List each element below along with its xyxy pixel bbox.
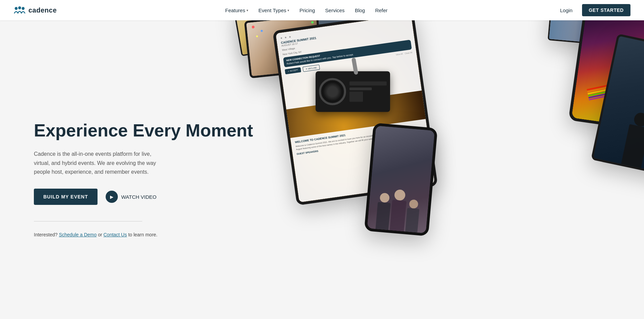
hero-left: Experience Every Moment Cadence is the a… [0,20,271,319]
decline-button[interactable]: ✕ DECLINE [302,64,320,72]
login-link[interactable]: Login [556,5,577,16]
get-started-button[interactable]: GET STARTED [582,4,630,16]
device-girls-phone [364,123,437,236]
nav-item-pricing[interactable]: Pricing [295,5,319,16]
nav-item-event-types[interactable]: Event Types ▾ [254,5,293,16]
chevron-down-icon: ▾ [246,8,248,12]
accept-button[interactable]: ✓ ACCEPT [285,67,301,74]
svg-point-0 [15,7,18,10]
logo[interactable]: cadence [14,6,57,14]
schedule-demo-link[interactable]: Schedule a Demo [59,232,96,237]
clear-all[interactable]: Clear All [405,51,413,58]
nav-item-features[interactable]: Features ▾ [221,5,252,16]
watch-video-label: WATCH VIDEO [121,194,156,200]
hero-interest: Interested? Schedule a Demo or Contact U… [34,231,271,238]
build-my-event-button[interactable]: BUILD MY EVENT [34,189,98,205]
navbar: cadence Features ▾ Event Types ▾ Pricing… [0,0,644,20]
hero-buttons: BUILD MY EVENT ▶ WATCH VIDEO [34,189,271,205]
nav-links: Features ▾ Event Types ▾ Pricing Service… [221,5,392,16]
hero-title: Experience Every Moment [34,121,271,140]
svg-point-2 [22,7,25,10]
nav-item-blog[interactable]: Blog [351,5,369,16]
logo-icon [14,6,26,14]
watch-video-button[interactable]: ▶ WATCH VIDEO [106,191,156,203]
hero-description: Cadence is the all-in-one events platfor… [34,150,163,176]
svg-point-1 [18,6,21,9]
nav-item-refer[interactable]: Refer [371,5,392,16]
hero-right: ● ● ● CADENCE SUMMIT 2021 AUGUST 16-17 W… [271,20,644,319]
play-icon: ▶ [106,191,118,203]
device-collage: ● ● ● CADENCE SUMMIT 2021 AUGUST 16-17 W… [257,14,644,319]
hero-divider [34,221,142,221]
hero-section: Experience Every Moment Cadence is the a… [0,0,644,319]
nav-item-services[interactable]: Services [321,5,349,16]
nav-right: Login GET STARTED [556,4,630,16]
contact-us-link[interactable]: Contact Us [103,232,127,237]
logo-text: cadence [28,6,57,14]
chevron-down-icon: ▾ [287,8,289,12]
